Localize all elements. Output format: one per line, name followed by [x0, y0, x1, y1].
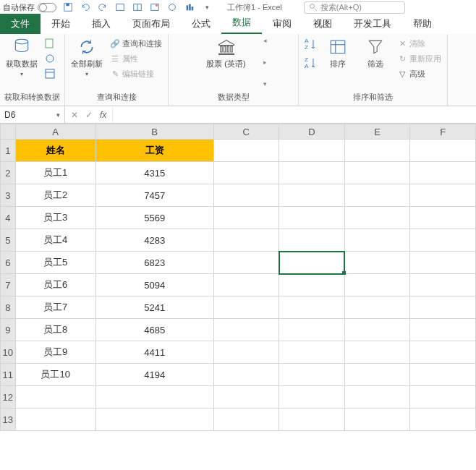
cell-D4[interactable]: [279, 207, 345, 229]
cell-F4[interactable]: [410, 207, 476, 229]
select-all-corner[interactable]: [1, 124, 16, 140]
cell-C3[interactable]: [213, 184, 279, 207]
toggle-icon[interactable]: [38, 3, 56, 12]
row-header-2[interactable]: 2: [1, 162, 16, 184]
scroll-left-icon[interactable]: ◂: [263, 37, 273, 44]
save-icon[interactable]: [62, 1, 74, 13]
cell-B8[interactable]: 5241: [95, 296, 213, 319]
filter-button[interactable]: 筛选: [358, 37, 393, 69]
row-header-9[interactable]: 9: [1, 319, 16, 341]
cancel-icon[interactable]: ✕: [71, 110, 78, 120]
qat-icon[interactable]: [166, 1, 178, 13]
cell-E7[interactable]: [344, 274, 410, 296]
cell-F3[interactable]: [410, 184, 476, 207]
cell-D10[interactable]: [279, 341, 345, 364]
tab-review[interactable]: 审阅: [262, 14, 302, 34]
cell-C4[interactable]: [213, 207, 279, 229]
clear-button[interactable]: ✕清除: [396, 37, 443, 50]
cell-F5[interactable]: [410, 229, 476, 252]
cell-C5[interactable]: [213, 229, 279, 252]
search-box[interactable]: 搜索(Alt+Q): [304, 1, 405, 14]
cell-B5[interactable]: 4283: [95, 229, 213, 252]
cell-A2[interactable]: 员工1: [15, 162, 95, 184]
row-header-13[interactable]: 13: [1, 409, 16, 431]
get-data-button[interactable]: 获取数据 ▾: [4, 37, 39, 77]
row-header-1[interactable]: 1: [1, 140, 16, 162]
cell-E12[interactable]: [344, 386, 410, 409]
cell-E1[interactable]: [344, 140, 410, 162]
reapply-button[interactable]: ↻重新应用: [396, 52, 443, 65]
cell-A1[interactable]: 姓名: [15, 140, 95, 162]
col-header-F[interactable]: F: [410, 124, 476, 140]
chevron-down-icon[interactable]: ▾: [56, 111, 60, 119]
edit-links-button[interactable]: ✎编辑链接: [109, 67, 163, 80]
sort-asc-button[interactable]: AZ: [303, 37, 318, 51]
cell-D7[interactable]: [279, 274, 345, 296]
chevron-down-icon[interactable]: ▾: [263, 80, 273, 87]
cell-B12[interactable]: [95, 386, 213, 409]
cell-B11[interactable]: 4194: [95, 364, 213, 386]
scroll-right-icon[interactable]: ▸: [263, 59, 273, 66]
cell-E2[interactable]: [344, 162, 410, 184]
tab-insert[interactable]: 插入: [81, 14, 122, 34]
cell-C2[interactable]: [213, 162, 279, 184]
cell-D13[interactable]: [279, 409, 345, 431]
col-header-D[interactable]: D: [279, 124, 345, 140]
row-header-11[interactable]: 11: [1, 364, 16, 386]
sort-button[interactable]: 排序: [320, 37, 355, 69]
cell-D8[interactable]: [279, 296, 345, 319]
cell-D9[interactable]: [279, 319, 345, 341]
cell-B1[interactable]: 工资: [95, 140, 213, 162]
cell-A13[interactable]: [15, 409, 95, 431]
redo-icon[interactable]: [97, 1, 109, 13]
cell-D2[interactable]: [279, 162, 345, 184]
cell-F7[interactable]: [410, 274, 476, 296]
cell-C8[interactable]: [213, 296, 279, 319]
row-header-12[interactable]: 12: [1, 386, 16, 409]
cell-D3[interactable]: [279, 184, 345, 207]
cell-E3[interactable]: [344, 184, 410, 207]
cell-E9[interactable]: [344, 319, 410, 341]
tab-file[interactable]: 文件: [0, 14, 41, 34]
properties-button[interactable]: ☰属性: [109, 52, 163, 65]
tab-formulas[interactable]: 公式: [181, 14, 221, 34]
cell-F11[interactable]: [410, 364, 476, 386]
row-header-10[interactable]: 10: [1, 341, 16, 364]
cell-B2[interactable]: 4315: [95, 162, 213, 184]
row-header-8[interactable]: 8: [1, 296, 16, 319]
cell-F10[interactable]: [410, 341, 476, 364]
refresh-all-button[interactable]: 全部刷新 ▾: [69, 37, 104, 77]
cell-F6[interactable]: [410, 252, 476, 274]
cell-F13[interactable]: [410, 409, 476, 431]
cell-D12[interactable]: [279, 386, 345, 409]
cell-C12[interactable]: [213, 386, 279, 409]
cell-B3[interactable]: 7457: [95, 184, 213, 207]
col-header-E[interactable]: E: [344, 124, 410, 140]
cell-B10[interactable]: 4411: [95, 341, 213, 364]
cell-D6[interactable]: [279, 252, 345, 274]
name-box[interactable]: D6 ▾: [0, 106, 65, 123]
cell-E13[interactable]: [344, 409, 410, 431]
cell-A12[interactable]: [15, 386, 95, 409]
cell-A11[interactable]: 员工10: [15, 364, 95, 386]
cell-F8[interactable]: [410, 296, 476, 319]
from-web-icon[interactable]: [43, 52, 56, 65]
cell-C7[interactable]: [213, 274, 279, 296]
qat-icon[interactable]: [184, 1, 195, 13]
formula-input[interactable]: [112, 106, 476, 123]
cell-B7[interactable]: 5094: [95, 274, 213, 296]
autosave-toggle[interactable]: 自动保存: [3, 2, 56, 13]
cell-C13[interactable]: [213, 409, 279, 431]
from-text-icon[interactable]: [43, 37, 56, 50]
cell-A7[interactable]: 员工6: [15, 274, 95, 296]
cell-E10[interactable]: [344, 341, 410, 364]
tab-help[interactable]: 帮助: [402, 14, 443, 34]
advanced-button[interactable]: ▽高级: [396, 67, 443, 80]
qat-icon[interactable]: [149, 1, 161, 13]
cell-B13[interactable]: [95, 409, 213, 431]
cell-A3[interactable]: 员工2: [15, 184, 95, 207]
cell-D5[interactable]: [279, 229, 345, 252]
cell-A4[interactable]: 员工3: [15, 207, 95, 229]
cell-E8[interactable]: [344, 296, 410, 319]
tab-data[interactable]: 数据: [221, 12, 262, 34]
